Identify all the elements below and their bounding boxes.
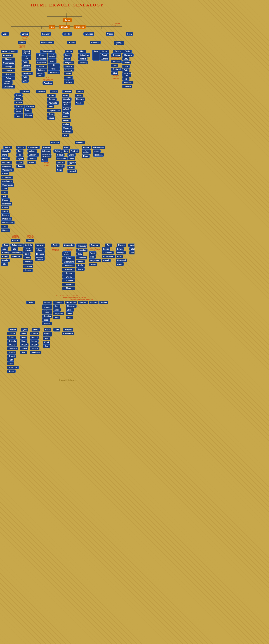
node-amu: Amu	[2, 244, 10, 247]
node-kanwnye: Kanwnye	[35, 244, 45, 247]
node-omonye: Omonye	[116, 251, 126, 254]
node-noeyelem: Noeyelem	[36, 61, 47, 64]
node-otaji: Otaji	[111, 71, 118, 75]
node-anizor: Anizor	[4, 146, 12, 149]
node-echenona: Echenona	[7, 366, 19, 369]
node-ugo: Ugo	[67, 166, 75, 169]
node-baby-onwuka: Baby	[62, 94, 69, 97]
node-okwuomapukaiche: Okwuoma-pukaiche	[35, 256, 45, 261]
node-chijindu-nelson: Chijindu	[7, 340, 17, 343]
node-ndidi-1: Ndidi	[22, 60, 29, 64]
node-chigosie: Chigosie	[2, 69, 15, 72]
node-udene-eke: Udene	[76, 267, 85, 271]
node-chukwudi-nwasor: Chukwudi	[116, 258, 127, 262]
node-amadi: Amadi	[100, 54, 109, 57]
node-junior: Junior	[20, 347, 29, 350]
node-ogo: Ogo	[43, 344, 50, 348]
node-agbanuche: Agbanuche	[11, 244, 23, 247]
node-akunna: Akunna	[24, 114, 33, 118]
node-nwasor: Nwasor	[117, 244, 126, 247]
node-anydions: Anydions	[53, 312, 64, 315]
node-ikono: Ikono	[63, 18, 72, 22]
node-agliga-onwuka: Agliga	[62, 122, 70, 126]
node-benard: Benard	[82, 146, 91, 149]
node-nonso: Nonso	[7, 370, 16, 373]
node-osili: Osili	[1, 191, 8, 194]
node-onyeiweshunachi: Onyeiwe-shünachi	[2, 80, 13, 85]
node-izu: Izu	[62, 134, 69, 137]
node-chukwodi: Chukwodi	[36, 57, 47, 60]
node-onyesi-left: Onyesi	[2, 72, 15, 76]
node-gladys-nelson: Gladys	[7, 351, 16, 354]
node-okwunwe: Okwunwe	[122, 54, 134, 57]
node-onicha: Onicha	[1, 258, 10, 262]
node-decency: Decency	[78, 61, 88, 64]
node-nwagugo: Nwagugo	[83, 32, 94, 36]
node-mmanwuche: Mmanwuche	[1, 221, 15, 224]
node-beneth: Beneth	[56, 164, 65, 168]
node-iwebunor: Iwebunor	[11, 255, 22, 258]
node-ebun: Ebun	[20, 340, 28, 343]
node-uchemefone: Ucheme-fone	[14, 114, 23, 118]
node-onyesi-nelson: Onyesi	[7, 354, 16, 358]
node-kemi: Kemi	[43, 341, 50, 344]
node-ananwa: Ananwa	[42, 322, 52, 326]
node-ifeanyi-emma: Ifeanyi	[30, 343, 39, 346]
node-chinwendu: Chinwendu	[2, 85, 15, 88]
node-ugba: Ugba	[126, 32, 133, 36]
node-echiwe: Echiwe	[21, 32, 30, 36]
node-abigail: Abigail	[102, 258, 111, 262]
node-chiator: Chiator	[7, 332, 16, 335]
node-nbokanma: Nbokanma	[65, 301, 77, 304]
node-ghalowo: Ghalowo	[75, 98, 85, 101]
node-chukwuli: Chukwuli	[111, 68, 122, 71]
node-mgbonkwo: Mgbonkwo	[78, 54, 90, 57]
node-chukwuasia: Chukwuasia	[2, 61, 15, 65]
node-chialika: Chialika	[22, 64, 31, 68]
node-onyedu-chie: Onyedu-chie	[47, 109, 61, 112]
node-emma-nsog: Emma	[28, 161, 36, 164]
node-ruth-bottom: Ruth	[53, 328, 61, 332]
node-chukwuemeke-anyanya: Chukwuemeke (Anyanya)	[41, 153, 52, 158]
node-adafor: Adafor	[76, 264, 85, 267]
node-adinwa: Adinwa	[67, 41, 77, 44]
node-oge-nelson: Oge	[7, 362, 14, 365]
node-nsogbedior: Nsogbedior	[27, 146, 40, 149]
node-ruth-right: Ruth	[122, 68, 129, 72]
node-baby-nwasor: Baby	[116, 255, 123, 258]
node-ekwulu: Ekwulu	[59, 25, 70, 29]
node-niyi: Niyi	[43, 337, 50, 340]
node-nelson: Nelson	[9, 328, 17, 332]
node-okwooma-celina: Okwooma	[56, 157, 67, 160]
node-dunebi-emma: Dunebi	[30, 336, 39, 339]
node-obi-anizor: Obi	[1, 225, 8, 228]
node-chukwuasia-anizor: Chukwuasia	[1, 183, 14, 187]
node-adankwo: Adankwo	[43, 81, 53, 85]
node-ndidi-3: Ndidi	[36, 65, 47, 68]
node-eboniem: Eboniem	[35, 252, 45, 256]
node-chukwuma-ifenyiwa: Chukwuma	[62, 332, 74, 335]
node-aduda: Aduda	[18, 41, 26, 44]
node-bomboy: Bomboy	[1, 251, 11, 254]
node-jessica: Jessica	[30, 347, 39, 350]
node-ngosi-esenwa: Ngosi	[41, 158, 49, 162]
node-dunebi: Dunebi	[1, 198, 10, 202]
node-ndidi-celina: Ndidi	[56, 168, 63, 172]
node-ajanoke: Ajanoke	[2, 58, 15, 61]
node-okeleke-bottom: Okeleke	[89, 301, 98, 304]
node-onyeogazye-joshua: Onyeogazye (Joshua)	[62, 106, 71, 111]
node-dode: Dode	[47, 112, 55, 116]
node-adaeke-dimbu: Adaeke	[75, 101, 84, 105]
node-onsoma: Onsoma	[23, 265, 33, 268]
node-adaeke: Adaeke	[100, 57, 109, 60]
node-onyesi-onwuka: Onyesi	[62, 119, 71, 122]
node-echezonam: Echezonam	[102, 255, 115, 258]
node-fredrick: Fredrick	[70, 150, 79, 153]
node-onichabunachu: Onicha-bu-nachu	[64, 80, 74, 84]
node-akabunwa-eke: Akabunwa	[102, 251, 114, 254]
node-inene: Inene	[1, 153, 9, 156]
node-nkechukwuaga: Nkechukwu-aga	[122, 72, 131, 77]
node-oholie-uji: Oholie (Uji)	[20, 90, 30, 93]
node-enedu: Enedu	[51, 244, 60, 247]
node-kaine: Kaine	[26, 239, 34, 242]
